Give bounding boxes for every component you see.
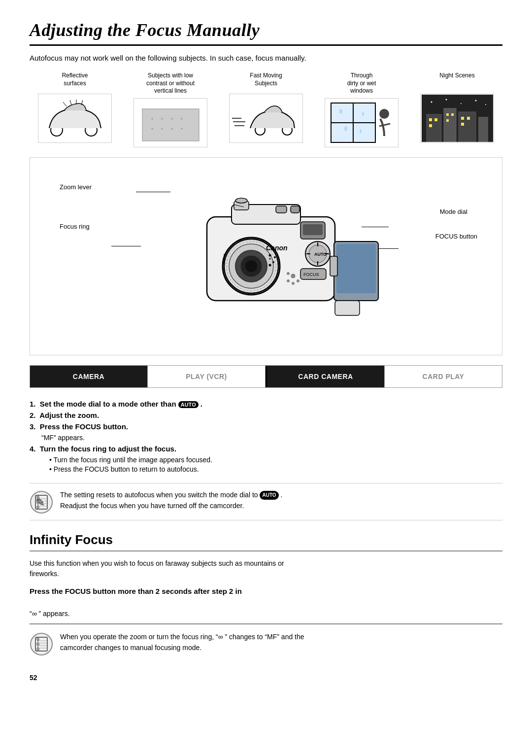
svg-point-7 [151, 118, 153, 120]
infinity-section: Infinity Focus Use this function when yo… [30, 532, 502, 662]
svg-rect-52 [276, 206, 287, 213]
svg-rect-47 [461, 123, 464, 126]
step-3: 3. Press the FOCUS button. [30, 422, 502, 431]
mode-play-vcr[interactable]: PLAY (VCR) [148, 366, 266, 387]
svg-rect-44 [446, 119, 449, 122]
illus-night-scenes: Night Scenes [412, 72, 502, 143]
title-divider [30, 44, 502, 46]
zoom-lever-label: Zoom lever [60, 182, 92, 191]
infinity-title: Infinity Focus [30, 532, 502, 548]
svg-point-102 [31, 633, 52, 655]
svg-text:FOCUS: FOCUS [303, 272, 319, 277]
illus-low-contrast: Subjects with lowcontrast or withoutvert… [125, 72, 216, 147]
svg-point-77 [297, 279, 299, 282]
svg-point-9 [171, 118, 173, 120]
illus-image-reflective [38, 94, 112, 143]
svg-line-2 [63, 102, 66, 106]
note-text-1: The setting resets to autofocus when you… [60, 489, 282, 512]
svg-point-12 [161, 128, 163, 130]
svg-point-26 [360, 129, 362, 133]
svg-point-11 [151, 128, 153, 130]
steps-section: 1. Set the mode dial to a mode other tha… [30, 400, 502, 473]
svg-rect-45 [461, 117, 464, 120]
svg-point-75 [291, 274, 295, 278]
svg-point-31 [445, 99, 447, 101]
svg-point-84 [269, 264, 271, 266]
zoom-lever-line [136, 192, 170, 192]
svg-text:AUTO: AUTO [314, 252, 327, 257]
svg-point-82 [274, 256, 276, 258]
svg-rect-74 [330, 256, 337, 276]
illus-caption-reflective: Reflectivesurfaces [62, 72, 88, 91]
svg-line-3 [70, 100, 71, 105]
step-1: 1. Set the mode dial to a mode other tha… [30, 400, 502, 408]
press-focus-continuation [30, 597, 502, 606]
intro-text: Autofocus may not work well on the follo… [30, 54, 502, 62]
mode-camera[interactable]: CAMERA [30, 366, 148, 387]
illus-image-fast-moving [229, 94, 303, 143]
auto-badge-1: AUTO [178, 401, 199, 408]
svg-rect-42 [446, 113, 449, 116]
svg-point-85 [269, 258, 271, 259]
svg-rect-90 [335, 301, 360, 315]
svg-rect-41 [429, 124, 432, 127]
page-title: Adjusting the Focus Manually [30, 20, 502, 40]
illus-fast-moving: Fast MovingSubjects [221, 72, 311, 143]
svg-point-83 [272, 261, 274, 263]
illustrations-row: Reflectivesurfaces Subjects with lowcont… [30, 72, 502, 147]
auto-badge-2: AUTO [260, 491, 278, 500]
infinity-intro: Use this function when you wish to focus… [30, 558, 502, 579]
svg-rect-39 [429, 118, 432, 121]
mode-card-play[interactable]: CARD PLAY [385, 366, 502, 387]
svg-rect-53 [291, 206, 299, 213]
mode-card-camera[interactable]: CARD CAMERA [267, 366, 385, 387]
note-icon-1: ✎ [30, 490, 53, 514]
illus-caption-low-contrast: Subjects with lowcontrast or withoutvert… [146, 72, 195, 95]
svg-point-14 [181, 128, 183, 130]
svg-point-25 [344, 126, 347, 131]
svg-rect-40 [434, 118, 437, 121]
illus-reflective: Reflectivesurfaces [30, 72, 120, 143]
svg-rect-38 [478, 117, 488, 142]
svg-point-32 [461, 103, 462, 104]
svg-text:Canon: Canon [266, 244, 288, 252]
illus-caption-fast-moving: Fast MovingSubjects [250, 72, 282, 91]
svg-point-79 [292, 282, 295, 285]
illus-caption-night-scenes: Night Scenes [439, 72, 474, 91]
svg-line-28 [379, 124, 390, 126]
svg-point-23 [339, 109, 342, 114]
focus-btn-line [378, 248, 399, 249]
svg-point-24 [362, 112, 364, 116]
focus-ring-line [111, 246, 141, 246]
svg-point-81 [269, 254, 271, 256]
infinity-divider [30, 550, 502, 551]
page-number: 52 [30, 674, 502, 682]
illus-image-night-scenes [420, 94, 494, 143]
mode-dial-label: Mode dial [440, 207, 467, 215]
svg-point-33 [475, 100, 476, 102]
svg-point-27 [379, 109, 389, 119]
press-focus-step: Press the FOCUS button more than 2 secon… [30, 587, 502, 595]
infinity-divider2 [30, 623, 502, 624]
focus-button-label: FOCUS button [435, 232, 477, 240]
note-box-1: ✎ The setting resets to autofocus when y… [30, 483, 502, 520]
bullet-2: Press the FOCUS button to return to auto… [49, 465, 502, 473]
svg-point-13 [171, 128, 173, 130]
step-2: 2. Adjust the zoom. [30, 411, 502, 419]
illus-caption-wet-windows: Throughdirty or wetwindows [347, 72, 376, 95]
camera-illustration: AUTO FOCUS Canon [148, 177, 384, 335]
svg-rect-37 [459, 112, 476, 142]
svg-point-8 [161, 118, 163, 120]
mode-dial-line [362, 227, 389, 227]
illus-wet-windows: Throughdirty or wetwindows [316, 72, 407, 147]
note-icon-2 [30, 632, 53, 656]
infinity-appears: “∞ ” appears. [30, 610, 502, 618]
note-box-2: When you operate the zoom or turn the fo… [30, 631, 502, 662]
camera-diagram-box: Zoom lever Focus ring Mode dial FOCUS bu… [30, 157, 502, 355]
svg-rect-62 [303, 224, 323, 235]
camera-diagram-inner: Zoom lever Focus ring Mode dial FOCUS bu… [40, 168, 492, 345]
bullet-1: Turn the focus ring until the image appe… [49, 456, 502, 464]
note-text-2: When you operate the zoom or turn the fo… [60, 631, 304, 653]
mode-bar: CAMERA PLAY (VCR) CARD CAMERA CARD PLAY [30, 365, 502, 388]
step-3-sub: “MF” appears. [41, 434, 502, 442]
